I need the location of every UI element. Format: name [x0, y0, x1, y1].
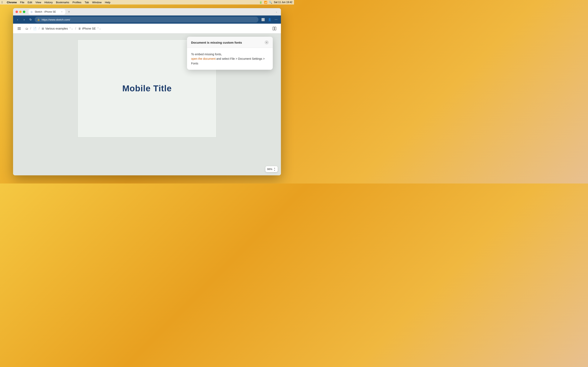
menu-bar-left:  Chrome File Edit View History Bookmark…: [2, 1, 110, 4]
breadcrumb-sep-3: /: [75, 27, 76, 30]
address-bar: ‹ › ↻ 🔒 https://www.sketch.com/ ⬜ 👤 ⋯: [13, 16, 281, 24]
minimize-window-button[interactable]: [19, 11, 22, 13]
tab-bar: ◇ Sketch - iPhone SE × + ⌄: [29, 9, 278, 15]
dialog-title: Document is missing custom fonts: [191, 41, 242, 44]
traffic-lights: [16, 11, 25, 13]
address-url-text: https://www.sketch.com/: [42, 18, 256, 21]
dialog-close-button[interactable]: ×: [265, 40, 269, 44]
menu-help[interactable]: Help: [105, 1, 111, 4]
menu-view[interactable]: View: [35, 1, 41, 4]
breadcrumb-pages-label: Various examples: [45, 27, 68, 30]
browser-window: ◇ Sketch - iPhone SE × + ⌄ ‹ › ↻ 🔒 https…: [13, 8, 281, 175]
artboard-icon: 🖥: [78, 27, 81, 30]
address-input[interactable]: 🔒 https://www.sketch.com/: [35, 17, 259, 22]
address-bar-actions: ⬜ 👤 ⋯: [260, 17, 279, 22]
tab-favicon-icon: ◇: [31, 10, 34, 13]
svg-rect-1: [275, 27, 276, 30]
dialog-body-prefix: To embed missing fonts,: [191, 53, 222, 56]
breadcrumb-document[interactable]: 📄: [33, 27, 36, 30]
datetime-display: Sat 11 Jun 19:42: [274, 1, 292, 4]
svg-rect-0: [273, 27, 274, 30]
split-view-button[interactable]: ⬜: [260, 17, 266, 22]
dialog-open-document-link[interactable]: open the document: [191, 57, 216, 60]
tab-title-label: Sketch - iPhone SE: [35, 10, 59, 13]
zoom-down-button[interactable]: ▼: [273, 169, 276, 171]
menu-chrome[interactable]: Chrome: [7, 1, 17, 4]
hamburger-line-2: [17, 28, 21, 29]
sketch-menu-button[interactable]: [16, 26, 22, 31]
active-tab[interactable]: ◇ Sketch - iPhone SE ×: [29, 9, 65, 15]
secure-icon: 🔒: [37, 18, 40, 21]
document-icon: 📄: [33, 27, 36, 30]
menu-history[interactable]: History: [44, 1, 53, 4]
new-tab-button[interactable]: +: [66, 9, 72, 15]
back-button[interactable]: ‹: [15, 17, 20, 22]
breadcrumb-artboard-dropdown-icon: ⌃⌄: [97, 27, 101, 30]
breadcrumb-artboard[interactable]: 🖥 iPhone SE ⌃⌄: [78, 27, 101, 30]
macos-menu-bar:  Chrome File Edit View History Bookmark…: [0, 0, 294, 4]
search-icon: 🔍: [269, 1, 272, 4]
panel-toggle-icon: [272, 26, 277, 31]
canvas-mobile-title: Mobile Title: [122, 83, 172, 93]
zoom-value-label: 98%: [267, 167, 272, 171]
breadcrumb-folder[interactable]: 🗂: [25, 27, 28, 30]
breadcrumb-pages-dropdown-icon: ⌃⌄: [69, 27, 73, 30]
missing-fonts-dialog: Document is missing custom fonts × To em…: [187, 37, 273, 70]
more-options-button[interactable]: ⋯: [273, 17, 279, 22]
menu-profiles[interactable]: Profiles: [72, 1, 81, 4]
close-window-button[interactable]: [16, 11, 18, 13]
maximize-window-button[interactable]: [23, 11, 25, 13]
menu-bar-right: 🔋 📶 🔍 Sat 11 Jun 19:42: [259, 1, 292, 4]
tab-expand-button[interactable]: ⌄: [274, 10, 278, 14]
main-content: Mobile Title Document is missing custom …: [13, 33, 281, 175]
pages-icon: ⊞: [42, 27, 44, 30]
menu-file[interactable]: File: [20, 1, 24, 4]
tab-close-button[interactable]: ×: [61, 10, 63, 13]
dialog-header: Document is missing custom fonts ×: [187, 37, 273, 48]
menu-bookmarks[interactable]: Bookmarks: [56, 1, 69, 4]
breadcrumb-sep-1: /: [30, 27, 31, 30]
forward-button[interactable]: ›: [22, 17, 26, 22]
breadcrumb-pages[interactable]: ⊞ Various examples ⌃⌄: [42, 27, 73, 30]
hamburger-line-3: [17, 29, 21, 30]
breadcrumb-sep-2: /: [39, 27, 39, 30]
folder-icon: 🗂: [25, 27, 28, 30]
zoom-up-button[interactable]: ▲: [273, 167, 276, 169]
sketch-toolbar: 🗂 / 📄 / ⊞ Various examples ⌃⌄ / 🖥 iPhone…: [13, 24, 281, 33]
battery-icon: 🔋: [259, 1, 262, 4]
menu-window[interactable]: Window: [92, 1, 102, 4]
menu-tab[interactable]: Tab: [85, 1, 89, 4]
hamburger-line-1: [17, 27, 21, 28]
zoom-stepper: ▲ ▼: [273, 167, 276, 171]
browser-title-bar: ◇ Sketch - iPhone SE × + ⌄: [13, 8, 281, 16]
zoom-control: 98% ▲ ▼: [265, 166, 278, 172]
profile-button[interactable]: 👤: [267, 17, 272, 22]
panel-toggle-button[interactable]: [271, 25, 278, 32]
breadcrumb-artboard-label: iPhone SE: [82, 27, 96, 30]
wifi-icon: 📶: [264, 1, 267, 4]
reload-button[interactable]: ↻: [28, 17, 33, 22]
dialog-body: To embed missing fonts, open the documen…: [187, 48, 273, 70]
menu-edit[interactable]: Edit: [27, 1, 32, 4]
apple-menu[interactable]: : [2, 1, 3, 4]
